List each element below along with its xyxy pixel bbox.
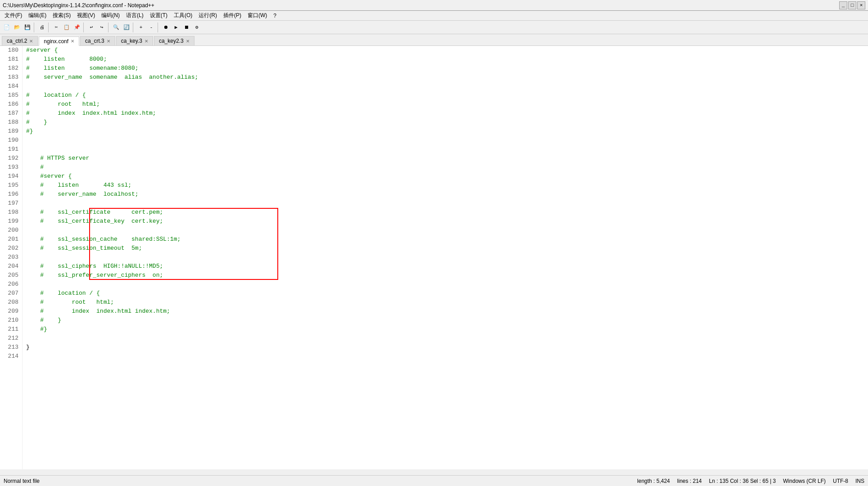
tab-label-0: ca_ctrl.2 [7, 38, 27, 44]
line-number: 210 [4, 316, 18, 325]
tb-zoom-in[interactable]: + [136, 22, 146, 32]
title-text: C:\Users\My\Desktop\nginx-1.14.2\conf\ng… [3, 2, 154, 9]
code-line: # ssl_certificate cert.pem; [26, 208, 864, 217]
tab-4[interactable]: ca_key2.3✕ [154, 36, 194, 45]
code-line: # location / { [26, 91, 864, 100]
code-line: # index index.html index.htm; [26, 109, 864, 118]
line-number: 208 [4, 298, 18, 307]
line-number: 201 [4, 235, 18, 244]
code-line: # listen somename:8080; [26, 64, 864, 73]
tb-find[interactable]: 🔍 [111, 22, 121, 32]
code-line: # server_name localhost; [26, 190, 864, 199]
tabs-bar: ca_ctrl.2✕nginx.conf✕ca_crt.3✕ca_key.3✕c… [0, 34, 868, 46]
code-line: # root html; [26, 298, 864, 307]
menu-item-7[interactable]: 工具(O) [171, 11, 195, 20]
tab-close-2[interactable]: ✕ [107, 39, 110, 44]
tab-2[interactable]: ca_crt.3✕ [80, 36, 115, 45]
code-line: # location / { [26, 289, 864, 298]
close-button[interactable]: × [857, 1, 865, 9]
tab-3[interactable]: ca_key.3✕ [116, 36, 153, 45]
tab-close-0[interactable]: ✕ [29, 39, 33, 44]
tb-zoom-out[interactable]: - [146, 22, 156, 32]
menu-item-10[interactable]: 窗口(W) [245, 11, 270, 20]
line-number: 209 [4, 307, 18, 316]
tb-cut[interactable]: ✂ [51, 22, 61, 32]
tab-label-3: ca_key.3 [121, 38, 142, 44]
line-number: 206 [4, 280, 18, 289]
tab-close-1[interactable]: ✕ [71, 39, 74, 44]
line-number: 189 [4, 127, 18, 136]
code-line: # index index.html index.htm; [26, 307, 864, 316]
menu-item-2[interactable]: 搜索(S) [50, 11, 73, 20]
tb-sep1 [34, 22, 36, 32]
tab-label-1: nginx.conf [44, 38, 68, 45]
menu-item-0[interactable]: 文件(F) [2, 11, 25, 20]
menu-bar: 文件(F)编辑(E)搜索(S)视图(V)编码(N)语言(L)设置(T)工具(O)… [0, 11, 868, 21]
toolbar: 📄 📂 💾 🖨 ✂ 📋 📌 ↩ ↪ 🔍 🔄 + - ⏺ ▶ ⏹ ⚙ [0, 21, 868, 34]
code-line: # } [26, 316, 864, 325]
tb-print[interactable]: 🖨 [37, 22, 47, 32]
tab-label-4: ca_key2.3 [159, 38, 184, 44]
code-line [26, 136, 864, 145]
line-number: 194 [4, 172, 18, 181]
code-line: } [26, 343, 864, 352]
code-line: # } [26, 118, 864, 127]
tb-macro[interactable]: ⏺ [161, 22, 171, 32]
tb-play[interactable]: ▶ [171, 22, 181, 32]
tab-close-3[interactable]: ✕ [145, 39, 148, 44]
line-number: 199 [4, 217, 18, 226]
tb-sep4 [108, 22, 110, 32]
code-line: #server { [26, 172, 864, 181]
tb-replace[interactable]: 🔄 [122, 22, 131, 32]
tab-label-2: ca_crt.3 [85, 38, 104, 44]
code-line: # ssl_certificate_key cert.key; [26, 217, 864, 226]
line-number: 207 [4, 289, 18, 298]
code-line: # ssl_prefer_server_ciphers on; [26, 271, 864, 280]
tb-save[interactable]: 💾 [23, 22, 32, 32]
tb-settings[interactable]: ⚙ [192, 22, 202, 32]
tb-copy[interactable]: 📋 [62, 22, 72, 32]
code-line: # ssl_session_timeout 5m; [26, 244, 864, 253]
line-number: 203 [4, 253, 18, 262]
menu-item-5[interactable]: 语言(L) [123, 11, 146, 20]
code-line: # ssl_session_cache shared:SSL:1m; [26, 235, 864, 244]
code-line: # ssl_ciphers HIGH:!aNULL:!MD5; [26, 262, 864, 271]
menu-item-8[interactable]: 运行(R) [196, 11, 220, 20]
code-area: 1801811821831841851861871881891901911921… [0, 46, 868, 469]
line-number: 195 [4, 181, 18, 190]
tb-stop[interactable]: ⏹ [181, 22, 191, 32]
code-line: # server_name somename alias another.ali… [26, 73, 864, 82]
code-content[interactable]: #server {# listen 8000;# listen somename… [23, 46, 868, 469]
title-controls[interactable]: _ □ × [839, 1, 865, 9]
tb-sep6 [158, 22, 159, 32]
line-number: 187 [4, 109, 18, 118]
menu-item-9[interactable]: 插件(P) [221, 11, 244, 20]
line-number: 204 [4, 262, 18, 271]
menu-item-4[interactable]: 编码(N) [99, 11, 122, 20]
line-number: 213 [4, 343, 18, 352]
menu-item-3[interactable]: 视图(V) [74, 11, 98, 20]
menu-item-1[interactable]: 编辑(E) [26, 11, 49, 20]
tb-paste[interactable]: 📌 [72, 22, 82, 32]
title-bar: C:\Users\My\Desktop\nginx-1.14.2\conf\ng… [0, 0, 868, 11]
menu-item-6[interactable]: 设置(T) [147, 11, 170, 20]
line-number: 214 [4, 352, 18, 361]
line-number: 192 [4, 154, 18, 163]
line-number: 202 [4, 244, 18, 253]
code-line [26, 199, 864, 208]
tb-undo[interactable]: ↩ [86, 22, 96, 32]
code-line: # listen 443 ssl; [26, 181, 864, 190]
line-number: 200 [4, 226, 18, 235]
tab-close-4[interactable]: ✕ [186, 39, 190, 44]
menu-item-11[interactable]: ? [271, 12, 279, 19]
tb-redo[interactable]: ↪ [97, 22, 107, 32]
maximize-button[interactable]: □ [848, 1, 856, 9]
code-line: # [26, 163, 864, 172]
tab-1[interactable]: nginx.conf✕ [39, 36, 79, 46]
tb-new[interactable]: 📄 [2, 22, 12, 32]
line-number: 185 [4, 91, 18, 100]
tab-0[interactable]: ca_ctrl.2✕ [2, 36, 38, 45]
tb-open[interactable]: 📂 [12, 22, 22, 32]
minimize-button[interactable]: _ [839, 1, 847, 9]
line-number: 184 [4, 82, 18, 91]
